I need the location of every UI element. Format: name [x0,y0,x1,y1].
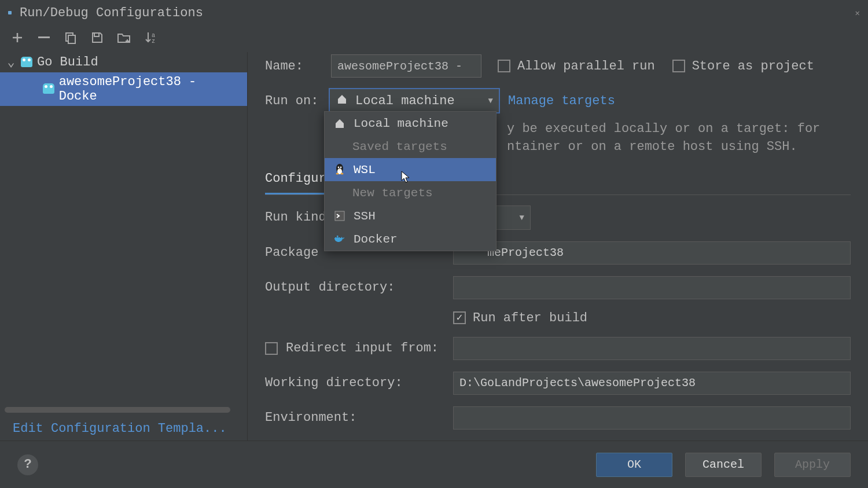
tree-item-label: awesomeProject38 - Docke [59,75,241,104]
svg-rect-2 [68,35,75,43]
help-button[interactable]: ? [17,454,38,475]
svg-point-8 [340,166,342,168]
run-on-label: Run on: [265,94,329,108]
run-on-dropdown-popup: Local machine Saved targets WSL New targ… [324,111,496,251]
sort-icon[interactable]: az [144,31,157,45]
close-icon[interactable]: ✕ [855,8,860,18]
redirect-input-field[interactable] [453,337,851,360]
toolbar: az [0,25,868,52]
hint-line-1: y be executed locally or on a target: fo… [507,120,851,138]
svg-text:z: z [152,38,155,45]
docker-icon [333,234,347,244]
name-label: Name: [265,59,329,74]
dd-item-docker[interactable]: Docker [325,228,496,251]
dd-item-label: Docker [354,233,398,246]
store-project-checkbox[interactable] [672,60,685,72]
working-dir-label: Working directory: [265,376,453,390]
tree-item-selected[interactable]: awesomeProject38 - Docke [0,72,247,106]
package-input[interactable] [453,241,851,265]
dd-item-wsl[interactable]: WSL [325,158,496,181]
svg-rect-14 [339,237,340,239]
home-icon [333,118,347,129]
redirect-input-label: Redirect input from: [286,341,453,355]
chevron-down-icon: ▼ [488,96,493,105]
dd-item-label: WSL [354,163,376,177]
save-icon[interactable] [90,31,104,45]
terminal-icon [333,211,347,221]
sidebar: ⌄ Go Build awesomeProject38 - Docke Edit… [0,52,248,441]
chevron-down-icon: ⌄ [6,54,16,70]
dd-header-saved: Saved targets [325,135,496,158]
run-on-dropdown[interactable]: Local machine ▼ [329,88,500,113]
environment-label: Environment: [265,410,453,425]
tux-icon [333,164,347,175]
gopher-icon [43,83,54,94]
working-dir-input[interactable] [453,372,851,395]
svg-point-10 [341,173,344,175]
manage-targets-link[interactable]: Manage targets [508,94,615,108]
add-icon[interactable] [10,31,24,45]
window-title: Run/Debug Configurations [20,6,203,20]
cancel-button[interactable]: Cancel [685,453,762,477]
titlebar: Run/Debug Configurations ✕ [0,0,868,25]
output-dir-input[interactable] [453,276,851,299]
run-after-build-checkbox[interactable] [453,311,466,324]
svg-point-9 [336,173,339,175]
environment-input[interactable] [453,406,851,430]
svg-rect-15 [337,236,339,237]
redirect-input-checkbox[interactable] [265,342,278,355]
tree-group-go-build[interactable]: ⌄ Go Build [0,52,247,72]
bottom-bar: ? OK Cancel Apply [0,441,868,488]
tree-group-label: Go Build [37,55,98,69]
dd-item-label: SSH [354,210,376,223]
allow-parallel-label: Allow parallel run [517,59,655,74]
svg-rect-12 [335,237,337,239]
dd-item-ssh[interactable]: SSH [325,204,496,228]
output-dir-label: Output directory: [265,280,453,295]
run-after-build-label: Run after build [473,311,587,325]
tab-configuration[interactable]: Configur [265,171,326,195]
scrollbar[interactable] [5,407,230,413]
folder-icon[interactable] [117,31,131,45]
edit-templates-link[interactable]: Edit Configuration Templa... [13,421,227,436]
hint-line-2: ntainer or on a remote host using SSH. [507,138,851,156]
chevron-down-icon: ▼ [520,213,524,222]
svg-point-7 [338,166,340,168]
remove-icon[interactable] [37,31,51,45]
ok-button[interactable]: OK [596,453,672,477]
dd-item-label: Local machine [354,117,448,130]
dd-header-new: New targets [325,181,496,204]
svg-rect-13 [337,237,339,239]
gopher-icon [21,57,32,67]
store-project-label: Store as project [692,59,814,74]
home-icon [337,94,350,108]
run-on-selected: Local machine [355,94,488,108]
svg-rect-0 [38,36,50,38]
name-input[interactable] [331,54,481,78]
apply-button[interactable]: Apply [774,453,851,477]
dd-item-local[interactable]: Local machine [325,112,496,135]
app-icon [8,11,12,14]
copy-icon[interactable] [64,31,78,45]
allow-parallel-checkbox[interactable] [498,60,510,72]
